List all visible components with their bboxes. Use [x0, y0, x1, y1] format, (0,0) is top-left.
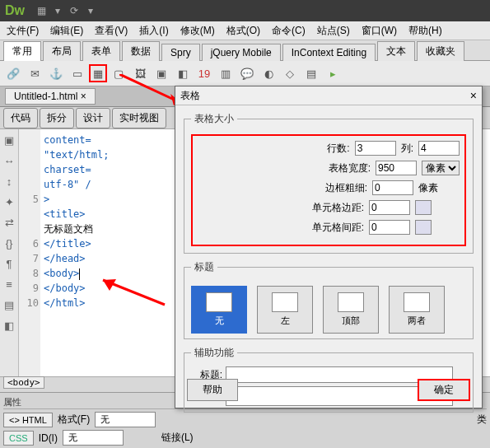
legend-aux: 辅助功能: [191, 346, 237, 360]
tab-text[interactable]: 文本: [377, 41, 415, 61]
tool-icon[interactable]: ▣: [4, 134, 14, 147]
menu-view[interactable]: 查看(V): [91, 22, 131, 40]
legend-header: 标题: [191, 260, 217, 274]
titlebar: Dw ▦ ▾ ⟳ ▾: [0, 0, 490, 21]
menu-insert[interactable]: 插入(I): [136, 22, 171, 40]
prop-class-label: 类: [477, 413, 487, 427]
tool-icon[interactable]: ≡: [6, 278, 12, 291]
sync-icon[interactable]: ⟳: [68, 4, 81, 17]
table-dialog: 表格 × 表格大小 行数: 列: 表格宽度: 像素 边框粗细:: [175, 86, 483, 408]
ok-button[interactable]: 确定: [418, 379, 470, 401]
menu-format[interactable]: 格式(O): [223, 22, 264, 40]
input-width[interactable]: [376, 161, 417, 175]
menu-edit[interactable]: 编辑(E): [47, 22, 86, 40]
input-rows[interactable]: [355, 141, 396, 156]
view-live-button[interactable]: 实时视图: [112, 108, 166, 128]
tab-spry[interactable]: Spry: [161, 44, 200, 61]
label-width: 表格宽度:: [329, 161, 371, 175]
header-top[interactable]: 顶部: [323, 286, 379, 334]
email-icon[interactable]: ✉: [25, 63, 44, 83]
document-tab[interactable]: Untitled-1.html ×: [5, 88, 96, 105]
menu-help[interactable]: 帮助(H): [405, 22, 446, 40]
dropdown-icon[interactable]: ▾: [51, 4, 64, 17]
tab-incontext[interactable]: InContext Editing: [282, 44, 376, 61]
prop-format-label: 格式(F): [58, 413, 90, 427]
header-left[interactable]: 左: [257, 286, 313, 334]
menu-site[interactable]: 站点(S): [314, 22, 353, 40]
help-button[interactable]: 帮助: [187, 379, 238, 401]
script-icon[interactable]: ◇: [280, 63, 300, 83]
div-icon[interactable]: ▢: [109, 63, 128, 83]
more-icon[interactable]: ▾: [84, 4, 97, 17]
app-logo: Dw: [5, 3, 25, 18]
menu-file[interactable]: 文件(F): [3, 22, 42, 40]
close-icon[interactable]: ×: [470, 89, 477, 102]
input-border[interactable]: [372, 180, 413, 195]
menu-modify[interactable]: 修改(M): [177, 22, 218, 40]
label-rows: 行数:: [327, 142, 349, 156]
hr-icon[interactable]: ▭: [68, 63, 87, 83]
fieldset-header: 标题 无 左 顶部 两者: [184, 260, 474, 339]
prop-html-button[interactable]: <> HTML: [3, 413, 53, 427]
tag-icon[interactable]: ▸: [323, 63, 343, 83]
dialog-title: 表格: [180, 89, 200, 103]
tool-icon[interactable]: ↔: [4, 155, 15, 167]
fieldset-size: 表格大小 行数: 列: 表格宽度: 像素 边框粗细: 像素: [184, 112, 474, 254]
menu-commands[interactable]: 命令(C): [268, 22, 309, 40]
hyperlink-icon[interactable]: 🔗: [3, 63, 23, 83]
header-none[interactable]: 无: [191, 286, 247, 334]
tab-jquery[interactable]: jQuery Mobile: [202, 44, 281, 61]
tab-layout[interactable]: 布局: [43, 41, 81, 61]
tab-fav[interactable]: 收藏夹: [417, 41, 464, 61]
insert-toolbar: 🔗 ✉ ⚓ ▭ ▦ ▢ 🖼 ▣ ◧ 19 ▥ 💬 ◐ ◇ ▤ ▸: [0, 61, 490, 86]
table-icon[interactable]: ▦: [89, 64, 107, 82]
head-icon[interactable]: ◐: [259, 63, 278, 83]
prop-link-label: 链接(L): [161, 431, 194, 445]
tab-data[interactable]: 数据: [122, 41, 160, 61]
header-both[interactable]: 两者: [389, 286, 445, 334]
tool-icon[interactable]: ▤: [4, 299, 14, 311]
tool-icon[interactable]: ✦: [5, 196, 14, 208]
widget-icon[interactable]: ◧: [173, 63, 193, 83]
input-cellspace[interactable]: [369, 220, 410, 235]
anchor-icon[interactable]: ⚓: [46, 63, 66, 83]
close-icon[interactable]: ×: [81, 91, 86, 102]
tool-icon[interactable]: ↕: [7, 175, 12, 188]
dialog-titlebar: 表格 ×: [175, 86, 482, 105]
tag-body[interactable]: <body>: [3, 376, 44, 389]
tab-common[interactable]: 常用: [3, 41, 41, 61]
layout-icon[interactable]: ▦: [35, 4, 48, 17]
prop-id-select[interactable]: 无: [63, 430, 124, 446]
view-design-button[interactable]: 设计: [76, 108, 110, 128]
tool-icon[interactable]: ◧: [4, 320, 14, 332]
prop-id-label: ID(I): [39, 432, 58, 444]
line-numbers: 5 6 7 8 9 10: [19, 129, 40, 376]
legend-size: 表格大小: [191, 112, 237, 126]
tool-icon[interactable]: {}: [6, 237, 13, 250]
tab-forms[interactable]: 表单: [82, 41, 120, 61]
date-icon[interactable]: 19: [194, 63, 214, 83]
image-icon[interactable]: 🖼: [130, 63, 150, 83]
ssi-icon[interactable]: ▥: [216, 63, 236, 83]
insert-tabbar: 常用 布局 表单 数据 Spry jQuery Mobile InContext…: [0, 40, 490, 61]
prop-format-select[interactable]: 无: [95, 412, 156, 427]
label-cols: 列:: [401, 142, 413, 156]
menu-window[interactable]: 窗口(W): [358, 22, 400, 40]
input-cols[interactable]: [418, 141, 460, 156]
cellspace-icon: [415, 220, 432, 235]
input-cellpad[interactable]: [369, 200, 410, 215]
label-cellspace: 单元格间距:: [312, 221, 364, 235]
prop-css-button[interactable]: CSS: [3, 431, 34, 446]
view-split-button[interactable]: 拆分: [40, 108, 74, 128]
label-border: 边框粗细:: [325, 181, 367, 195]
label-border-unit: 像素: [418, 181, 460, 195]
code-toolbar: ▣ ↔ ↕ ✦ ⇄ {} ¶ ≡ ▤ ◧: [0, 129, 19, 376]
tool-icon[interactable]: ⇄: [5, 217, 14, 229]
menubar: 文件(F) 编辑(E) 查看(V) 插入(I) 修改(M) 格式(O) 命令(C…: [0, 21, 490, 40]
template-icon[interactable]: ▤: [301, 63, 321, 83]
view-code-button[interactable]: 代码: [3, 108, 38, 128]
select-unit[interactable]: 像素: [422, 161, 460, 175]
media-icon[interactable]: ▣: [152, 63, 171, 83]
tool-icon[interactable]: ¶: [7, 258, 12, 270]
comment-icon[interactable]: 💬: [237, 63, 257, 83]
